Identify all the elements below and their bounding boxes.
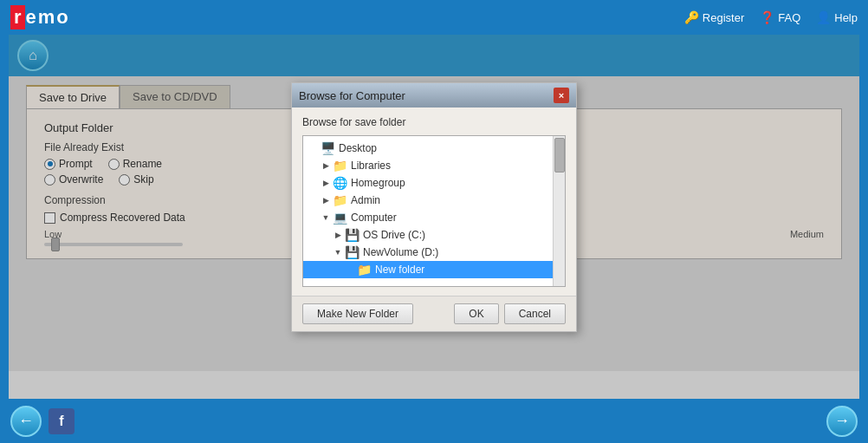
tree-scrollbar[interactable]: [553, 136, 565, 286]
register-icon: 🔑: [684, 10, 699, 24]
folder-icon: 💻: [333, 211, 347, 225]
tree-item[interactable]: ▼💻Computer: [303, 209, 565, 226]
file-tree[interactable]: 🖥️Desktop▶📁Libraries▶🌐Homegroup▶📁Admin▼💻…: [302, 135, 566, 287]
folder-icon: 📁: [357, 263, 372, 277]
tree-item-label: OS Drive (C:): [363, 229, 425, 241]
tree-expander-icon: ▶: [321, 178, 331, 188]
tree-item-label: Homegroup: [351, 177, 405, 189]
modal-titlebar: Browse for Computer ×: [292, 83, 576, 107]
folder-icon: 💾: [345, 228, 360, 242]
folder-icon: 💾: [345, 245, 360, 259]
top-nav: 🔑 Register ❓ FAQ 👤 Help: [684, 10, 858, 24]
tree-item[interactable]: 📁New folder: [303, 261, 565, 278]
folder-icon: 📁: [333, 159, 347, 173]
tree-expander-icon: [308, 143, 319, 153]
tree-item[interactable]: ▶🌐Homegroup: [303, 174, 565, 192]
tree-item[interactable]: ▶💾OS Drive (C:): [303, 226, 565, 244]
modal-overlay: Browse for Computer × Browse for save fo…: [9, 35, 859, 399]
tree-expander-icon: ▶: [321, 160, 331, 171]
help-nav-item[interactable]: 👤 Help: [816, 10, 858, 24]
faq-icon: ❓: [760, 10, 774, 24]
logo-text: emo: [26, 6, 70, 29]
forward-button[interactable]: →: [826, 406, 858, 437]
folder-icon: 📁: [333, 193, 347, 207]
back-button[interactable]: ←: [10, 406, 42, 437]
modal-body: Browse for save folder 🖥️Desktop▶📁Librar…: [292, 107, 576, 296]
register-nav-item[interactable]: 🔑 Register: [684, 10, 744, 24]
faq-label: FAQ: [778, 11, 800, 24]
faq-nav-item[interactable]: ❓ FAQ: [760, 10, 800, 24]
tree-item-label: Admin: [351, 194, 380, 206]
tree-expander-icon: ▼: [333, 247, 343, 257]
modal-footer: Make New Folder OK Cancel: [292, 296, 576, 331]
tree-expander-icon: [345, 264, 355, 275]
tree-item-label: Desktop: [339, 142, 377, 154]
tree-item[interactable]: ▶📁Admin: [303, 192, 565, 209]
tree-item-label: Computer: [351, 212, 397, 224]
register-label: Register: [703, 11, 744, 24]
logo-r: r: [10, 5, 25, 29]
tree-item[interactable]: ▶📁Libraries: [303, 157, 565, 174]
modal-description: Browse for save folder: [302, 116, 566, 128]
browse-for-computer-modal: Browse for Computer × Browse for save fo…: [291, 82, 577, 332]
facebook-button[interactable]: f: [49, 408, 74, 434]
bottom-bar: ← f →: [0, 399, 868, 443]
tree-item[interactable]: ▼💾NewVolume (D:): [303, 244, 565, 261]
ok-cancel-group: OK Cancel: [454, 303, 566, 324]
logo: r emo: [10, 5, 70, 29]
tree-item[interactable]: 🖥️Desktop: [303, 140, 565, 157]
cancel-button[interactable]: Cancel: [504, 303, 566, 324]
tree-item-label: Libraries: [351, 160, 391, 172]
tree-item-label: New folder: [375, 264, 424, 276]
main-content: ⌂ Save to Drive Save to CD/DVD Output Fo…: [9, 35, 859, 399]
folder-icon: 🖥️: [321, 141, 335, 155]
make-new-folder-button[interactable]: Make New Folder: [302, 303, 413, 324]
modal-title: Browse for Computer: [299, 89, 405, 102]
top-bar: r emo 🔑 Register ❓ FAQ 👤 Help: [0, 0, 868, 35]
help-label: Help: [834, 11, 858, 24]
ok-button[interactable]: OK: [454, 303, 498, 324]
modal-close-button[interactable]: ×: [554, 88, 569, 103]
tree-item-label: NewVolume (D:): [363, 246, 438, 258]
tree-expander-icon: ▶: [321, 195, 331, 205]
help-icon: 👤: [816, 10, 831, 24]
folder-icon: 🌐: [333, 176, 347, 190]
tree-scroll-thumb: [554, 138, 565, 173]
tree-expander-icon: ▼: [321, 212, 331, 223]
tree-expander-icon: ▶: [333, 230, 343, 240]
